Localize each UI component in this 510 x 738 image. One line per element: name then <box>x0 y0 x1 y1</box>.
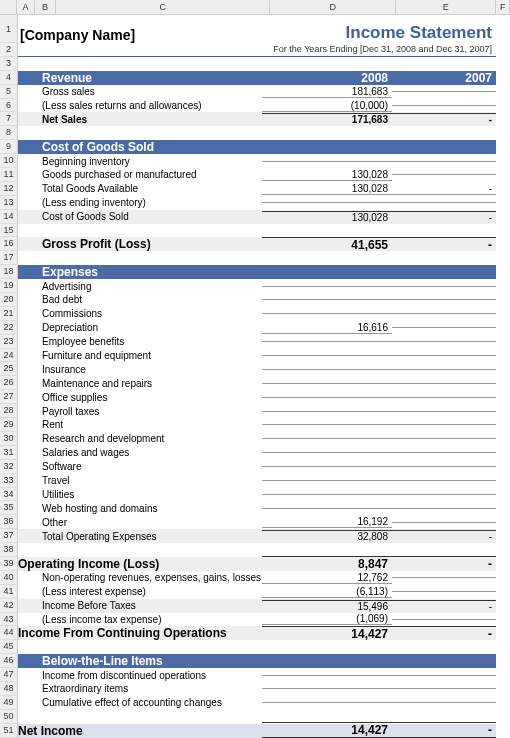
before-tax-row[interactable]: Income Before Taxes15,496- <box>18 599 496 613</box>
gross-profit-row[interactable]: Gross Profit (Loss)41,655- <box>18 237 496 251</box>
row-header[interactable]: 33 <box>0 474 17 488</box>
expense-item[interactable]: Advertising <box>18 279 496 293</box>
row-header[interactable]: 27 <box>0 390 17 404</box>
expense-item[interactable]: Utilities <box>18 488 496 502</box>
row-header[interactable]: 20 <box>0 293 17 307</box>
row-header[interactable]: 29 <box>0 418 17 432</box>
line-item[interactable]: Non-operating revenues, expenses, gains,… <box>18 571 496 585</box>
expense-item[interactable]: Commissions <box>18 307 496 321</box>
net-sales-row[interactable]: Net Sales171,683- <box>18 112 496 126</box>
expense-item[interactable]: Depreciation16,616 <box>18 321 496 335</box>
row-header[interactable]: 18 <box>0 265 17 279</box>
line-item[interactable]: Cumulative effect of accounting changes <box>18 696 496 710</box>
row-header[interactable]: 10 <box>0 154 17 168</box>
row-header[interactable]: 50 <box>0 710 17 724</box>
cogs-header[interactable]: Cost of Goods Sold <box>18 140 496 154</box>
row-header[interactable]: 46 <box>0 654 17 668</box>
row-header[interactable]: 34 <box>0 488 17 502</box>
doc-title[interactable]: Income Statement <box>262 23 496 43</box>
row-header[interactable]: 14 <box>0 210 17 224</box>
row-header[interactable]: 19 <box>0 279 17 293</box>
line-item[interactable]: Beginning inventory <box>18 154 496 168</box>
row-header[interactable]: 40 <box>0 571 17 585</box>
row-header[interactable]: 48 <box>0 682 17 696</box>
row-header[interactable]: 26 <box>0 376 17 390</box>
row-header[interactable]: 35 <box>0 501 17 515</box>
row-header[interactable]: 11 <box>0 168 17 182</box>
col-header-b[interactable]: B <box>35 0 56 14</box>
line-item[interactable]: Income from discontinued operations <box>18 668 496 682</box>
row-header[interactable]: 9 <box>0 140 17 154</box>
revenue-header[interactable]: Revenue 2008 2007 <box>18 71 496 85</box>
row-header[interactable]: 12 <box>0 182 17 196</box>
row-header[interactable]: 31 <box>0 446 17 460</box>
row-header[interactable]: 44 <box>0 626 17 640</box>
row-header[interactable]: 24 <box>0 349 17 363</box>
row-header[interactable]: 38 <box>0 543 17 557</box>
line-item[interactable]: (Less sales returns and allowances)(10,0… <box>18 99 496 113</box>
line-item[interactable]: Extraordinary items <box>18 682 496 696</box>
line-item[interactable]: (Less income tax expense)(1,069) <box>18 613 496 627</box>
expense-item[interactable]: Rent <box>18 418 496 432</box>
line-item[interactable]: Gross sales181,683 <box>18 85 496 99</box>
expense-item[interactable]: Research and development <box>18 432 496 446</box>
continuing-ops-row[interactable]: Income From Continuing Operations14,427- <box>18 626 496 640</box>
col-header[interactable] <box>0 0 17 14</box>
col-header-c[interactable]: C <box>56 0 270 14</box>
expense-item[interactable]: Employee benefits <box>18 335 496 349</box>
row-header[interactable]: 21 <box>0 307 17 321</box>
row-header[interactable]: 22 <box>0 321 17 335</box>
total-expenses-row[interactable]: Total Operating Expenses32,808- <box>18 529 496 543</box>
row-header[interactable]: 17 <box>0 251 17 265</box>
line-item[interactable]: (Less ending inventory) <box>18 196 496 210</box>
row-header[interactable]: 1 <box>0 15 17 43</box>
line-item[interactable]: Total Goods Available130,028- <box>18 182 496 196</box>
row-header[interactable]: 15 <box>0 224 17 238</box>
row-header[interactable]: 42 <box>0 599 17 613</box>
col-header-a[interactable]: A <box>17 0 34 14</box>
row-header[interactable]: 25 <box>0 362 17 376</box>
expense-item[interactable]: Web hosting and domains <box>18 501 496 515</box>
col-header-e[interactable]: E <box>396 0 496 14</box>
expense-item[interactable]: Travel <box>18 474 496 488</box>
expense-item[interactable]: Other16,192 <box>18 515 496 529</box>
row-header[interactable]: 2 <box>0 43 17 57</box>
company-name[interactable]: [Company Name] <box>18 27 262 43</box>
below-line-header[interactable]: Below-the-Line Items <box>18 654 496 668</box>
row-header[interactable]: 7 <box>0 112 17 126</box>
row-header[interactable]: 8 <box>0 126 17 140</box>
row-header[interactable]: 6 <box>0 99 17 113</box>
row-header[interactable]: 45 <box>0 640 17 654</box>
row-header[interactable]: 32 <box>0 460 17 474</box>
expense-item[interactable]: Payroll taxes <box>18 404 496 418</box>
expense-item[interactable]: Bad debt <box>18 293 496 307</box>
expense-item[interactable]: Insurance <box>18 362 496 376</box>
net-income-row[interactable]: Net Income14,427- <box>18 724 496 738</box>
expense-item[interactable]: Office supplies <box>18 390 496 404</box>
row-header[interactable]: 49 <box>0 696 17 710</box>
expense-item[interactable]: Maintenance and repairs <box>18 376 496 390</box>
row-header[interactable]: 23 <box>0 335 17 349</box>
operating-income-row[interactable]: Operating Income (Loss)8,847- <box>18 557 496 571</box>
row-header[interactable]: 30 <box>0 432 17 446</box>
cogs-subtotal[interactable]: Cost of Goods Sold130,028- <box>18 210 496 224</box>
row-header[interactable]: 43 <box>0 613 17 627</box>
row-header[interactable]: 39 <box>0 557 17 571</box>
row-header[interactable]: 36 <box>0 515 17 529</box>
row-header[interactable]: 28 <box>0 404 17 418</box>
row-header[interactable]: 37 <box>0 529 17 543</box>
col-header-d[interactable]: D <box>270 0 396 14</box>
row-header[interactable]: 51 <box>0 724 17 738</box>
row-header[interactable]: 16 <box>0 237 17 251</box>
expense-item[interactable]: Salaries and wages <box>18 446 496 460</box>
row-header[interactable]: 47 <box>0 668 17 682</box>
line-item[interactable]: (Less interest expense)(6,113) <box>18 585 496 599</box>
expense-item[interactable]: Furniture and equipment <box>18 349 496 363</box>
row-header[interactable]: 13 <box>0 196 17 210</box>
row-header[interactable]: 5 <box>0 85 17 99</box>
line-item[interactable]: Goods purchased or manufactured130,028 <box>18 168 496 182</box>
row-header[interactable]: 4 <box>0 71 17 85</box>
col-header-f[interactable]: F <box>496 0 510 14</box>
expense-item[interactable]: Software <box>18 460 496 474</box>
subtitle[interactable]: For the Years Ending [Dec 31, 2008 and D… <box>18 43 496 57</box>
